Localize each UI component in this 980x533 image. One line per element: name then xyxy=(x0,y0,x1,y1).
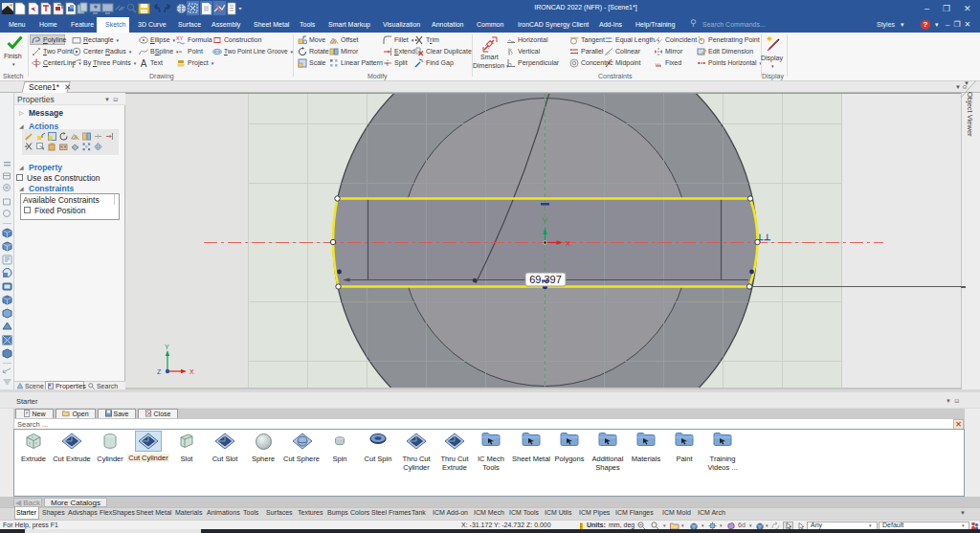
svg-text:Z: Z xyxy=(157,368,162,375)
svg-text:Y: Y xyxy=(165,344,169,350)
svg-text:X: X xyxy=(566,239,570,248)
svg-text:69.397: 69.397 xyxy=(529,274,562,285)
svg-text:X: X xyxy=(189,368,194,375)
